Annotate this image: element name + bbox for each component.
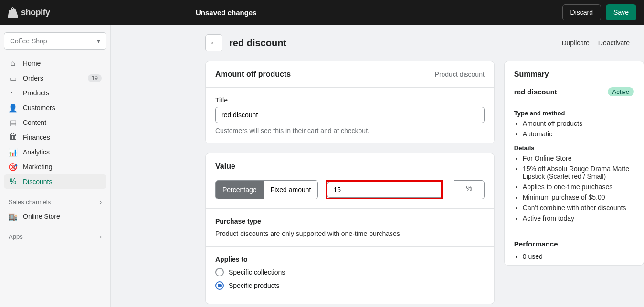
radio-icon (215, 268, 224, 276)
sidebar-item-label: Content (23, 119, 46, 126)
list-item: 15% off Absolu Rouge Drama Matte Lipstic… (523, 165, 634, 180)
type-method-heading: Type and method (514, 110, 634, 117)
sidebar-item-label: Analytics (23, 148, 50, 156)
orders-badge: 19 (88, 74, 102, 82)
radio-icon (215, 281, 224, 290)
chart-icon: 📊 (9, 148, 17, 156)
fixed-amount-button[interactable]: Fixed amount (264, 181, 318, 199)
save-button[interactable]: Save (606, 4, 636, 20)
sidebar-item-online-store[interactable]: 🏬Online Store (4, 209, 106, 224)
radio-label: Specific products (229, 282, 280, 289)
discount-icon: % (9, 177, 17, 186)
apps-section[interactable]: Apps› (4, 229, 106, 244)
sidebar-item-home[interactable]: ⌂Home (4, 56, 106, 71)
title-label: Title (215, 96, 485, 104)
sidebar-item-content[interactable]: ▤Content (4, 115, 106, 130)
sales-channels-section[interactable]: Sales channels› (4, 194, 106, 209)
chevron-right-icon: › (100, 233, 102, 240)
value-input-highlight (326, 180, 442, 199)
deactivate-button[interactable]: Deactivate (598, 39, 630, 47)
section-label: Sales channels (9, 198, 51, 205)
sidebar-item-marketing[interactable]: 🎯Marketing (4, 160, 106, 174)
discard-button[interactable]: Discard (562, 4, 601, 20)
list-item: 0 used (523, 253, 634, 260)
purchase-type-heading: Purchase type (215, 217, 485, 225)
sidebar-item-label: Marketing (23, 163, 52, 171)
sidebar-item-label: Customers (23, 104, 55, 112)
arrow-left-icon: ← (210, 38, 218, 48)
unsaved-changes-label: Unsaved changes (196, 9, 257, 17)
radio-collections[interactable]: Specific collections (215, 268, 485, 276)
tag-icon: 🏷 (9, 89, 17, 97)
sidebar-item-customers[interactable]: 👤Customers (4, 101, 106, 115)
sidebar-item-finances[interactable]: 🏛Finances (4, 130, 106, 144)
main-content: ← red discount Duplicate Deactivate Amou… (111, 25, 644, 307)
list-item: Automatic (523, 130, 634, 138)
store-icon: 🏬 (9, 212, 17, 221)
list-item: Active from today (523, 215, 634, 222)
radio-label: Specific collections (229, 268, 285, 276)
topbar: shopify Unsaved changes Discard Save (0, 0, 644, 25)
store-name: Coffee Shop (10, 37, 47, 45)
store-selector[interactable]: Coffee Shop ▾ (4, 32, 106, 50)
value-type-segmented: Percentage Fixed amount (215, 180, 318, 199)
amount-off-card: Amount off products Product discount Tit… (205, 61, 495, 143)
list-item: Can't combine with other discounts (523, 204, 634, 212)
applies-to-heading: Applies to (215, 256, 485, 263)
sidebar-item-label: Products (23, 89, 49, 97)
performance-heading: Performance (514, 240, 634, 248)
logo: shopify (8, 7, 50, 18)
list-item: For Online Store (523, 154, 634, 162)
content-icon: ▤ (9, 118, 17, 127)
radio-products[interactable]: Specific products (215, 281, 485, 290)
summary-card: Summary red discount Active Type and met… (504, 61, 644, 266)
logo-text: shopify (21, 8, 50, 18)
section-label: Apps (9, 233, 23, 240)
type-method-list: Amount off products Automatic (514, 120, 634, 138)
back-button[interactable]: ← (205, 34, 222, 51)
sidebar-item-analytics[interactable]: 📊Analytics (4, 145, 106, 159)
chevron-down-icon: ▾ (97, 37, 100, 45)
title-input[interactable] (215, 107, 485, 123)
purchase-type-text: Product discounts are only supported wit… (215, 230, 485, 237)
target-icon: 🎯 (9, 163, 17, 171)
status-badge: Active (608, 87, 634, 96)
sidebar-item-label: Online Store (23, 213, 60, 220)
details-list: For Online Store 15% off Absolu Rouge Dr… (514, 154, 634, 222)
sidebar-item-label: Finances (23, 133, 50, 141)
orders-icon: ▭ (9, 74, 17, 82)
sidebar-item-orders[interactable]: ▭Orders19 (4, 71, 106, 85)
summary-heading: Summary (505, 61, 644, 87)
details-heading: Details (514, 144, 634, 152)
person-icon: 👤 (9, 103, 17, 112)
home-icon: ⌂ (9, 59, 17, 68)
list-item: Minimum purchase of $5.00 (523, 194, 634, 201)
sidebar: Coffee Shop ▾ ⌂Home ▭Orders19 🏷Products … (0, 25, 111, 307)
sidebar-item-discounts[interactable]: %Discounts (4, 174, 106, 189)
duplicate-button[interactable]: Duplicate (561, 39, 589, 47)
value-input[interactable] (327, 182, 441, 198)
percent-suffix: % (454, 180, 485, 199)
list-item: Applies to one-time purchases (523, 183, 634, 191)
card-heading: Amount off products (215, 70, 291, 79)
value-card: Value Percentage Fixed amount % (205, 153, 495, 304)
sidebar-item-label: Home (23, 60, 41, 67)
shopify-icon (8, 7, 18, 18)
sidebar-item-products[interactable]: 🏷Products (4, 86, 106, 100)
list-item: Amount off products (523, 120, 634, 127)
sidebar-item-label: Orders (23, 74, 43, 82)
page-title: red discount (229, 38, 286, 49)
percentage-button[interactable]: Percentage (216, 181, 264, 199)
value-heading: Value (215, 162, 485, 171)
title-help-text: Customers will see this in their cart an… (215, 127, 485, 134)
summary-discount-name: red discount (514, 88, 557, 96)
discount-type-label: Product discount (435, 71, 485, 78)
sidebar-item-label: Discounts (23, 178, 52, 185)
performance-list: 0 used (514, 253, 634, 260)
bank-icon: 🏛 (9, 133, 17, 142)
chevron-right-icon: › (100, 198, 102, 205)
